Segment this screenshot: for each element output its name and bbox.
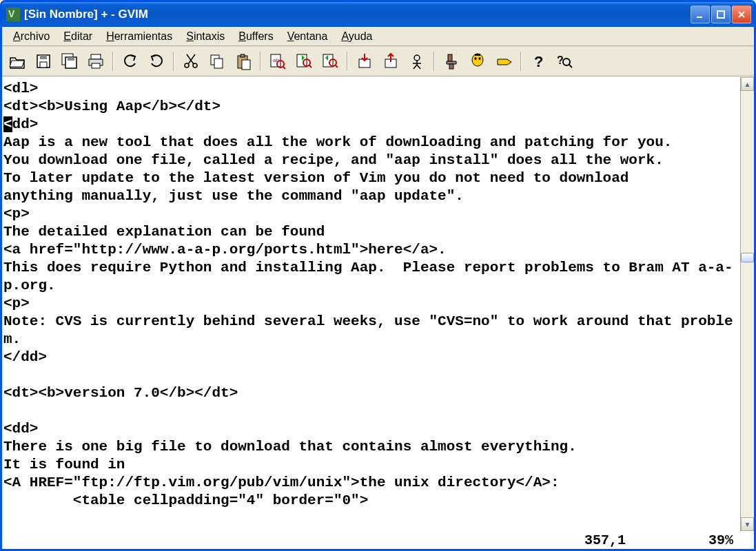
- window-title: [Sin Nombre] + - GVIM: [24, 8, 691, 21]
- svg-rect-28: [448, 54, 452, 61]
- find-prev-icon[interactable]: [319, 50, 341, 72]
- svg-rect-4: [40, 62, 47, 67]
- editor-line: You download one file, called a recipe, …: [3, 152, 740, 169]
- scroll-thumb[interactable]: [741, 253, 754, 262]
- find-help-icon[interactable]: ?: [553, 50, 575, 72]
- gvim-app-icon: [6, 8, 20, 21]
- editor-line: This does require Python and installing …: [3, 259, 740, 295]
- help-icon[interactable]: ?: [527, 50, 549, 72]
- editor-line: <dd>: [3, 116, 740, 134]
- vertical-scrollbar[interactable]: ▲ ▼: [740, 77, 754, 531]
- svg-rect-1: [717, 11, 724, 18]
- scroll-track[interactable]: [741, 91, 754, 517]
- text-editor[interactable]: <dl><dt><b>Using Aap</b></dt><dd>Aap is …: [2, 77, 740, 531]
- svg-rect-3: [40, 55, 47, 59]
- svg-point-32: [479, 57, 481, 60]
- editor-line: <dt><b>version 7.0</b></dt>: [3, 384, 740, 402]
- svg-point-31: [475, 57, 477, 60]
- editor-line: anything manually, just use the command …: [3, 187, 740, 205]
- editor-line: [3, 366, 740, 384]
- svg-rect-7: [68, 57, 74, 61]
- toolbar-separator: [520, 52, 522, 71]
- save-all-icon[interactable]: [59, 50, 81, 72]
- svg-rect-10: [92, 63, 100, 68]
- save-icon[interactable]: [32, 50, 54, 72]
- cursor-position: 357,1: [584, 532, 626, 548]
- menu-buffers[interactable]: Buffers: [232, 28, 280, 45]
- editor-line: To later update to the latest version of…: [3, 169, 740, 187]
- editor-line: Note: CVS is currently behind several we…: [3, 313, 740, 349]
- text-cursor: <: [3, 116, 12, 132]
- menu-sintaxis[interactable]: Sintaxis: [179, 28, 232, 45]
- svg-rect-8: [91, 54, 101, 59]
- save-session-icon[interactable]: [380, 50, 402, 72]
- find-next-icon[interactable]: [293, 50, 315, 72]
- menu-archivo[interactable]: Archivo: [6, 28, 57, 45]
- minimize-button[interactable]: [691, 6, 710, 23]
- editor-line: It is found in: [3, 456, 740, 474]
- editor-line: </dd>: [3, 349, 740, 366]
- load-session-icon[interactable]: [354, 50, 376, 72]
- editor-area: <dl><dt><b>Using Aap</b></dt><dd>Aap is …: [2, 76, 754, 531]
- editor-line: <a href="http://www.a-a-p.org/ports.html…: [3, 241, 740, 259]
- svg-rect-17: [242, 60, 250, 70]
- close-button[interactable]: [732, 6, 751, 23]
- editor-line: <p>: [3, 295, 740, 313]
- svg-text:ab: ab: [273, 57, 279, 63]
- editor-line: [3, 402, 740, 420]
- editor-line: <dl>: [3, 80, 740, 98]
- svg-rect-16: [241, 54, 245, 57]
- find-replace-icon[interactable]: ab: [267, 50, 289, 72]
- undo-icon[interactable]: [119, 50, 141, 72]
- svg-rect-0: [697, 17, 702, 18]
- open-icon[interactable]: [6, 50, 28, 72]
- redo-icon[interactable]: [145, 50, 167, 72]
- cut-icon[interactable]: [180, 50, 202, 72]
- editor-line: <A HREF="ftp://ftp.vim.org/pub/vim/unix"…: [3, 474, 740, 492]
- svg-text:?: ?: [557, 54, 564, 66]
- toolbar-separator: [347, 52, 348, 71]
- toolbar-separator: [112, 52, 114, 71]
- svg-text:?: ?: [534, 53, 543, 70]
- editor-line: <table cellpadding="4" border="0">: [3, 492, 740, 510]
- menu-herramientas[interactable]: Herramientas: [99, 28, 179, 45]
- shell-icon[interactable]: [467, 50, 489, 72]
- editor-line: The detailed explanation can be found: [3, 223, 740, 241]
- toolbar-separator: [173, 52, 174, 71]
- editor-line: Aap is a new tool that does all the work…: [3, 134, 740, 152]
- editor-line: <p>: [3, 205, 740, 223]
- editor-line: There is one big file to download that c…: [3, 438, 740, 456]
- titlebar[interactable]: [Sin Nombre] + - GVIM: [2, 2, 754, 27]
- toolbar-separator: [433, 52, 435, 71]
- window-controls: [691, 6, 751, 23]
- copy-icon[interactable]: [206, 50, 228, 72]
- svg-rect-33: [475, 54, 480, 56]
- print-icon[interactable]: [85, 50, 107, 72]
- menu-editar[interactable]: Editar: [57, 28, 99, 45]
- svg-rect-14: [214, 59, 223, 68]
- make-icon[interactable]: [440, 50, 462, 72]
- toolbar: ab??: [2, 46, 754, 76]
- run-script-icon[interactable]: [406, 50, 428, 72]
- menu-ventana[interactable]: Ventana: [280, 28, 335, 45]
- paste-icon[interactable]: [232, 50, 254, 72]
- gvim-window: [Sin Nombre] + - GVIM Archivo Editar Her…: [0, 0, 756, 551]
- scroll-up-button[interactable]: ▲: [741, 77, 754, 91]
- scroll-down-button[interactable]: ▼: [741, 517, 754, 531]
- scroll-percent: 39%: [708, 532, 733, 548]
- menu-ayuda[interactable]: Ayuda: [334, 28, 379, 45]
- menubar: Archivo Editar Herramientas Sintaxis Buf…: [2, 27, 754, 46]
- toolbar-separator: [260, 52, 261, 71]
- svg-point-27: [414, 55, 420, 61]
- editor-line: <dd>: [3, 420, 740, 438]
- tags-icon[interactable]: [493, 50, 515, 72]
- statusbar: 357,1 39%: [2, 531, 754, 549]
- maximize-button[interactable]: [711, 6, 731, 23]
- editor-line: <dt><b>Using Aap</b></dt>: [3, 98, 740, 116]
- svg-rect-29: [449, 64, 453, 69]
